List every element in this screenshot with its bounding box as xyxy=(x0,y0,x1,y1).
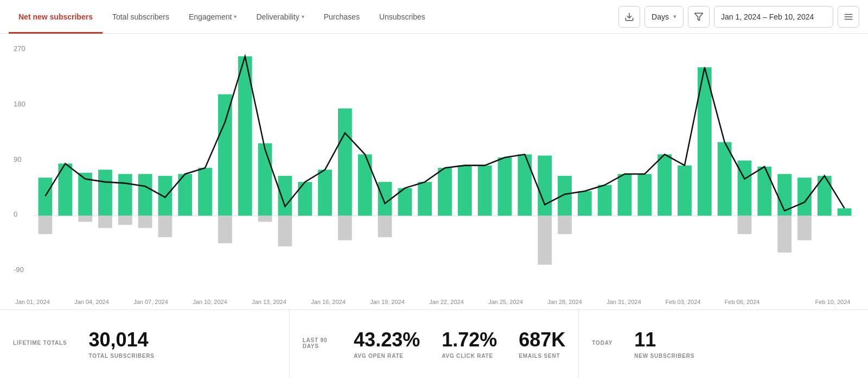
filter-button[interactable] xyxy=(688,6,710,28)
avg-open-rate-label: Avg Open Rate xyxy=(354,353,420,359)
svg-rect-51 xyxy=(578,191,592,216)
svg-text:Feb 10, 2024: Feb 10, 2024 xyxy=(815,299,851,305)
avg-open-col: 43.23% Avg Open Rate xyxy=(354,329,420,359)
svg-rect-47 xyxy=(538,156,552,216)
svg-rect-56 xyxy=(678,166,692,216)
svg-rect-55 xyxy=(658,154,672,216)
new-subscribers-label: New Subscribers xyxy=(634,353,694,359)
svg-rect-45 xyxy=(498,157,512,216)
chevron-down-icon: ▾ xyxy=(673,13,676,20)
svg-text:Jan 07, 2024: Jan 07, 2024 xyxy=(133,299,168,305)
svg-rect-60 xyxy=(738,216,752,234)
svg-rect-12 xyxy=(39,216,53,234)
chevron-down-icon: ▾ xyxy=(302,14,304,20)
new-subscribers-col: 11 New Subscribers xyxy=(634,329,694,359)
svg-marker-1 xyxy=(695,13,703,21)
download-button[interactable] xyxy=(618,6,640,28)
svg-text:Jan 16, 2024: Jan 16, 2024 xyxy=(311,299,346,305)
stat-today: Today 11 New Subscribers xyxy=(579,310,868,378)
svg-text:-90: -90 xyxy=(14,266,24,274)
svg-rect-65 xyxy=(797,216,812,240)
tab-engagement[interactable]: Engagement ▾ xyxy=(179,0,246,34)
today-label-col: Today xyxy=(592,340,612,348)
date-range-picker[interactable]: Jan 1, 2024 – Feb 10, 2024 xyxy=(714,6,833,28)
tab-deliverability[interactable]: Deliverability ▾ xyxy=(246,0,314,34)
svg-rect-22 xyxy=(158,176,173,216)
chart-area: 270 180 90 0 -90 Jan 01, 2024 Jan 04, 20… xyxy=(0,34,868,309)
stat-lifetime: Lifetime Totals 30,014 Total Subscribers xyxy=(0,310,290,378)
today-label: Today xyxy=(592,340,612,346)
last90-label: Last 90 Days xyxy=(303,337,332,349)
svg-text:Jan 22, 2024: Jan 22, 2024 xyxy=(429,299,464,305)
svg-rect-18 xyxy=(118,174,132,216)
avg-open-rate-value: 43.23% xyxy=(354,329,420,351)
date-range-value: Jan 1, 2024 – Feb 10, 2024 xyxy=(721,12,814,21)
svg-rect-63 xyxy=(777,216,792,252)
avg-click-col: 1.72% Avg Click Rate xyxy=(442,329,497,359)
svg-rect-20 xyxy=(138,174,152,216)
last90-group: Last 90 Days 43.23% Avg Open Rate 1.72% … xyxy=(303,329,566,359)
svg-rect-29 xyxy=(258,143,272,216)
svg-text:Feb 03, 2024: Feb 03, 2024 xyxy=(666,299,701,305)
days-dropdown[interactable]: Days ▾ xyxy=(644,6,684,28)
svg-rect-31 xyxy=(278,176,292,216)
nav-controls: Days ▾ Jan 1, 2024 – Feb 10, 2024 xyxy=(618,6,859,28)
svg-text:Jan 13, 2024: Jan 13, 2024 xyxy=(252,299,286,305)
svg-rect-30 xyxy=(258,216,272,222)
svg-rect-42 xyxy=(438,168,452,216)
tab-label: Unsubscribes xyxy=(379,12,425,21)
svg-rect-27 xyxy=(218,216,232,243)
lifetime-label: Lifetime Totals xyxy=(13,340,67,346)
chart-svg: 270 180 90 0 -90 Jan 01, 2024 Jan 04, 20… xyxy=(11,39,857,309)
total-subscribers-value: 30,014 xyxy=(88,329,154,351)
svg-rect-49 xyxy=(558,176,572,216)
svg-rect-21 xyxy=(138,216,152,228)
chevron-down-icon: ▾ xyxy=(234,14,237,20)
svg-text:Jan 25, 2024: Jan 25, 2024 xyxy=(488,299,523,305)
last90-label-col: Last 90 Days xyxy=(303,337,332,351)
svg-text:0: 0 xyxy=(14,210,17,218)
svg-rect-46 xyxy=(518,154,532,216)
svg-rect-34 xyxy=(318,170,332,216)
svg-text:Jan 19, 2024: Jan 19, 2024 xyxy=(370,299,405,305)
today-group: Today 11 New Subscribers xyxy=(592,329,855,359)
svg-rect-35 xyxy=(338,109,352,216)
new-subscribers-value: 11 xyxy=(634,329,694,351)
svg-text:180: 180 xyxy=(14,100,25,108)
tab-net-new-subscribers[interactable]: Net new subscribers xyxy=(9,0,103,34)
tab-label: Purchases xyxy=(324,12,360,21)
svg-rect-26 xyxy=(218,94,232,216)
svg-rect-52 xyxy=(598,185,612,216)
svg-rect-67 xyxy=(838,209,852,216)
svg-rect-32 xyxy=(278,216,292,246)
stats-bar: Lifetime Totals 30,014 Total Subscribers… xyxy=(0,309,868,378)
svg-text:Jan 10, 2024: Jan 10, 2024 xyxy=(193,299,227,305)
svg-rect-25 xyxy=(198,168,212,216)
svg-text:Feb 06, 2024: Feb 06, 2024 xyxy=(725,299,760,305)
tab-label: Total subscribers xyxy=(112,12,169,21)
days-label: Days xyxy=(652,12,669,21)
svg-text:Jan 01, 2024: Jan 01, 2024 xyxy=(15,299,50,305)
total-subscribers-label: Total Subscribers xyxy=(88,353,154,359)
total-subscribers-col: 30,014 Total Subscribers xyxy=(88,329,154,359)
svg-rect-61 xyxy=(757,167,771,216)
svg-rect-23 xyxy=(158,216,173,237)
svg-text:270: 270 xyxy=(14,45,25,53)
emails-sent-label: Emails Sent xyxy=(519,353,565,359)
tab-label: Deliverability xyxy=(256,12,299,21)
svg-rect-50 xyxy=(558,216,572,234)
tab-purchases[interactable]: Purchases xyxy=(314,0,369,34)
tab-total-subscribers[interactable]: Total subscribers xyxy=(103,0,179,34)
tab-label: Engagement xyxy=(189,12,232,21)
svg-rect-37 xyxy=(358,154,372,216)
stat-last90: Last 90 Days 43.23% Avg Open Rate 1.72% … xyxy=(290,310,579,378)
tab-unsubscribes[interactable]: Unsubscribes xyxy=(369,0,435,34)
svg-rect-39 xyxy=(378,216,392,237)
svg-text:90: 90 xyxy=(14,155,21,163)
emails-sent-col: 687K Emails Sent xyxy=(519,329,565,359)
menu-button[interactable] xyxy=(838,6,859,28)
lifetime-group: Lifetime Totals 30,014 Total Subscribers xyxy=(13,329,276,359)
svg-rect-36 xyxy=(338,216,352,240)
svg-rect-43 xyxy=(458,166,472,216)
lifetime-label-col: Lifetime Totals xyxy=(13,340,67,348)
